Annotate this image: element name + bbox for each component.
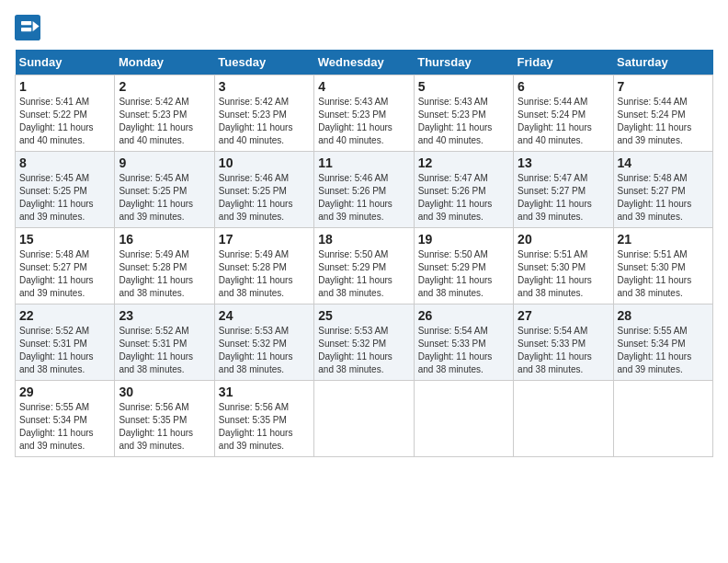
svg-rect-2 xyxy=(21,21,31,25)
day-detail: Sunrise: 5:51 AM Sunset: 5:30 PM Dayligh… xyxy=(518,248,609,300)
day-detail: Sunrise: 5:56 AM Sunset: 5:35 PM Dayligh… xyxy=(119,401,210,453)
day-cell: 23 Sunrise: 5:52 AM Sunset: 5:31 PM Dayl… xyxy=(115,304,214,381)
day-detail: Sunrise: 5:50 AM Sunset: 5:29 PM Dayligh… xyxy=(418,248,509,300)
day-number: 7 xyxy=(618,79,709,94)
day-detail: Sunrise: 5:46 AM Sunset: 5:25 PM Dayligh… xyxy=(219,172,310,224)
day-cell: 7 Sunrise: 5:44 AM Sunset: 5:24 PM Dayli… xyxy=(613,75,712,152)
day-detail: Sunrise: 5:46 AM Sunset: 5:26 PM Dayligh… xyxy=(318,172,409,224)
col-header-sunday: Sunday xyxy=(16,50,115,75)
day-detail: Sunrise: 5:42 AM Sunset: 5:23 PM Dayligh… xyxy=(119,96,210,147)
day-cell: 12 Sunrise: 5:47 AM Sunset: 5:26 PM Dayl… xyxy=(414,152,513,228)
day-number: 15 xyxy=(19,232,110,247)
col-header-friday: Friday xyxy=(514,50,613,75)
day-detail: Sunrise: 5:50 AM Sunset: 5:29 PM Dayligh… xyxy=(318,248,409,300)
day-cell: 5 Sunrise: 5:43 AM Sunset: 5:23 PM Dayli… xyxy=(414,75,513,152)
day-number: 28 xyxy=(618,308,709,323)
day-detail: Sunrise: 5:52 AM Sunset: 5:31 PM Dayligh… xyxy=(119,325,210,376)
day-number: 29 xyxy=(19,385,110,399)
day-number: 21 xyxy=(618,232,709,247)
day-detail: Sunrise: 5:54 AM Sunset: 5:33 PM Dayligh… xyxy=(518,325,609,376)
day-number: 18 xyxy=(318,232,409,247)
day-number: 24 xyxy=(219,308,310,323)
week-row-2: 8 Sunrise: 5:45 AM Sunset: 5:25 PM Dayli… xyxy=(16,152,713,228)
col-header-thursday: Thursday xyxy=(414,50,513,75)
day-number: 16 xyxy=(119,232,210,247)
day-number: 3 xyxy=(219,79,310,94)
col-header-monday: Monday xyxy=(115,50,214,75)
day-cell: 20 Sunrise: 5:51 AM Sunset: 5:30 PM Dayl… xyxy=(514,228,613,304)
day-cell: 18 Sunrise: 5:50 AM Sunset: 5:29 PM Dayl… xyxy=(314,228,414,304)
day-number: 19 xyxy=(418,232,509,247)
day-number: 12 xyxy=(418,155,509,170)
day-detail: Sunrise: 5:53 AM Sunset: 5:32 PM Dayligh… xyxy=(219,325,310,376)
day-cell: 1 Sunrise: 5:41 AM Sunset: 5:22 PM Dayli… xyxy=(16,75,115,152)
day-cell: 17 Sunrise: 5:49 AM Sunset: 5:28 PM Dayl… xyxy=(214,228,313,304)
day-detail: Sunrise: 5:49 AM Sunset: 5:28 PM Dayligh… xyxy=(219,248,310,300)
day-number: 25 xyxy=(318,308,409,323)
day-cell: 24 Sunrise: 5:53 AM Sunset: 5:32 PM Dayl… xyxy=(214,304,313,381)
day-cell: 28 Sunrise: 5:55 AM Sunset: 5:34 PM Dayl… xyxy=(613,304,712,381)
day-number: 8 xyxy=(19,155,110,170)
day-cell xyxy=(414,381,513,457)
day-cell: 29 Sunrise: 5:55 AM Sunset: 5:34 PM Dayl… xyxy=(16,381,115,457)
day-cell: 3 Sunrise: 5:42 AM Sunset: 5:23 PM Dayli… xyxy=(214,75,313,152)
week-row-3: 15 Sunrise: 5:48 AM Sunset: 5:27 PM Dayl… xyxy=(16,228,713,304)
header-row: SundayMondayTuesdayWednesdayThursdayFrid… xyxy=(16,50,713,75)
day-number: 14 xyxy=(618,155,709,170)
day-detail: Sunrise: 5:52 AM Sunset: 5:31 PM Dayligh… xyxy=(19,325,110,376)
week-row-4: 22 Sunrise: 5:52 AM Sunset: 5:31 PM Dayl… xyxy=(16,304,713,381)
day-cell: 4 Sunrise: 5:43 AM Sunset: 5:23 PM Dayli… xyxy=(314,75,414,152)
day-detail: Sunrise: 5:44 AM Sunset: 5:24 PM Dayligh… xyxy=(518,96,609,147)
day-cell xyxy=(314,381,414,457)
day-detail: Sunrise: 5:48 AM Sunset: 5:27 PM Dayligh… xyxy=(19,248,110,300)
day-cell: 22 Sunrise: 5:52 AM Sunset: 5:31 PM Dayl… xyxy=(16,304,115,381)
col-header-saturday: Saturday xyxy=(613,50,712,75)
col-header-tuesday: Tuesday xyxy=(214,50,313,75)
day-detail: Sunrise: 5:54 AM Sunset: 5:33 PM Dayligh… xyxy=(418,325,509,376)
day-cell xyxy=(514,381,613,457)
day-detail: Sunrise: 5:43 AM Sunset: 5:23 PM Dayligh… xyxy=(318,96,409,147)
col-header-wednesday: Wednesday xyxy=(314,50,414,75)
day-detail: Sunrise: 5:41 AM Sunset: 5:22 PM Dayligh… xyxy=(19,96,110,147)
day-number: 1 xyxy=(19,79,110,94)
day-number: 13 xyxy=(518,155,609,170)
day-cell: 2 Sunrise: 5:42 AM Sunset: 5:23 PM Dayli… xyxy=(115,75,214,152)
week-row-1: 1 Sunrise: 5:41 AM Sunset: 5:22 PM Dayli… xyxy=(16,75,713,152)
day-cell: 9 Sunrise: 5:45 AM Sunset: 5:25 PM Dayli… xyxy=(115,152,214,228)
day-number: 31 xyxy=(219,385,310,399)
day-detail: Sunrise: 5:45 AM Sunset: 5:25 PM Dayligh… xyxy=(119,172,210,224)
logo-icon xyxy=(15,15,40,40)
day-number: 30 xyxy=(119,385,210,399)
day-detail: Sunrise: 5:53 AM Sunset: 5:32 PM Dayligh… xyxy=(318,325,409,376)
day-number: 27 xyxy=(518,308,609,323)
day-detail: Sunrise: 5:55 AM Sunset: 5:34 PM Dayligh… xyxy=(618,325,709,376)
header xyxy=(15,15,713,40)
day-number: 5 xyxy=(418,79,509,94)
day-number: 9 xyxy=(119,155,210,170)
day-detail: Sunrise: 5:45 AM Sunset: 5:25 PM Dayligh… xyxy=(19,172,110,224)
day-cell: 10 Sunrise: 5:46 AM Sunset: 5:25 PM Dayl… xyxy=(214,152,313,228)
day-number: 20 xyxy=(518,232,609,247)
day-detail: Sunrise: 5:51 AM Sunset: 5:30 PM Dayligh… xyxy=(618,248,709,300)
day-number: 6 xyxy=(518,79,609,94)
day-cell: 6 Sunrise: 5:44 AM Sunset: 5:24 PM Dayli… xyxy=(514,75,613,152)
day-cell: 14 Sunrise: 5:48 AM Sunset: 5:27 PM Dayl… xyxy=(613,152,712,228)
day-number: 17 xyxy=(219,232,310,247)
day-cell: 15 Sunrise: 5:48 AM Sunset: 5:27 PM Dayl… xyxy=(16,228,115,304)
day-cell: 21 Sunrise: 5:51 AM Sunset: 5:30 PM Dayl… xyxy=(613,228,712,304)
day-number: 10 xyxy=(219,155,310,170)
calendar-table: SundayMondayTuesdayWednesdayThursdayFrid… xyxy=(15,50,713,457)
day-cell: 27 Sunrise: 5:54 AM Sunset: 5:33 PM Dayl… xyxy=(514,304,613,381)
day-cell: 8 Sunrise: 5:45 AM Sunset: 5:25 PM Dayli… xyxy=(16,152,115,228)
day-cell: 13 Sunrise: 5:47 AM Sunset: 5:27 PM Dayl… xyxy=(514,152,613,228)
day-detail: Sunrise: 5:47 AM Sunset: 5:26 PM Dayligh… xyxy=(418,172,509,224)
day-number: 26 xyxy=(418,308,509,323)
day-cell: 16 Sunrise: 5:49 AM Sunset: 5:28 PM Dayl… xyxy=(115,228,214,304)
day-detail: Sunrise: 5:55 AM Sunset: 5:34 PM Dayligh… xyxy=(19,401,110,453)
logo xyxy=(15,15,44,40)
day-cell: 26 Sunrise: 5:54 AM Sunset: 5:33 PM Dayl… xyxy=(414,304,513,381)
day-detail: Sunrise: 5:56 AM Sunset: 5:35 PM Dayligh… xyxy=(219,401,310,453)
day-cell: 19 Sunrise: 5:50 AM Sunset: 5:29 PM Dayl… xyxy=(414,228,513,304)
day-cell xyxy=(613,381,712,457)
day-number: 2 xyxy=(119,79,210,94)
